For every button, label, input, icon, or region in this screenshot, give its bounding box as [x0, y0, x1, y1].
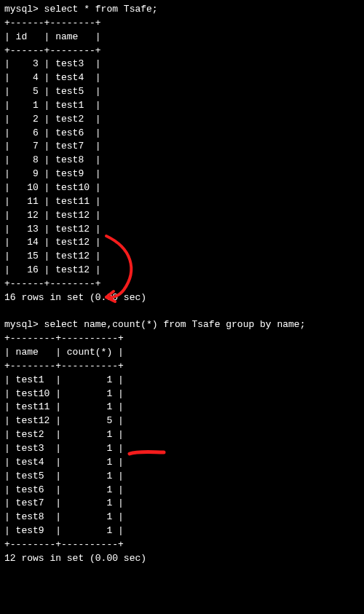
table-row: | test9 | 1 | [4, 524, 364, 538]
table-row: | 12 | test12 | [4, 209, 364, 223]
table-row: | test3 | 1 | [4, 442, 364, 456]
table-row: | 4 | test4 | [4, 71, 364, 85]
sql-query-2: select name,count(*) from Tsafe group by… [44, 319, 306, 330]
table-row: | 6 | test6 | [4, 127, 364, 141]
table-row: | test1 | 1 | [4, 374, 364, 387]
table-row: | 14 | test12 | [4, 236, 364, 250]
table-row: | 16 | test12 | [4, 264, 364, 278]
table1-sep-mid: +------+--------+ [4, 44, 364, 58]
table2-header: | name | count(*) | [4, 346, 364, 360]
table-row: | test2 | 1 | [4, 428, 364, 442]
table-row: | test7 | 1 | [4, 497, 364, 511]
table1-header: | id | name | [4, 31, 364, 44]
table2-sep-top: +--------+----------+ [4, 332, 364, 346]
table-row: | 10 | test10 | [4, 181, 364, 195]
table1-sep-top: +------+--------+ [4, 17, 364, 31]
table-row: | test8 | 1 | [4, 511, 364, 524]
table2-sep-mid: +--------+----------+ [4, 360, 364, 374]
sql-query-1: select * from Tsafe; [44, 4, 158, 15]
query2-summary: 12 rows in set (0.00 sec) [4, 552, 364, 566]
table1-sep-bot: +------+--------+ [4, 278, 364, 291]
mysql-prompt-line: mysql> select name,count(*) from Tsafe g… [4, 318, 364, 332]
table-row: | 11 | test11 | [4, 195, 364, 209]
table-row: | 3 | test3 | [4, 58, 364, 71]
table-row: | test12 | 5 | [4, 414, 364, 428]
mysql-prompt-line: mysql> select * from Tsafe; [4, 3, 364, 17]
table-row: | 2 | test2 | [4, 113, 364, 127]
table-row: | 7 | test7 | [4, 140, 364, 154]
blank-line [4, 305, 364, 319]
table-row: | 9 | test9 | [4, 168, 364, 181]
table-row: | test4 | 1 | [4, 456, 364, 470]
table-row: | 5 | test5 | [4, 85, 364, 99]
table-row: | test5 | 1 | [4, 470, 364, 484]
table2-sep-bot: +--------+----------+ [4, 538, 364, 552]
table-row: | 15 | test12 | [4, 250, 364, 264]
table-row: | 1 | test1 | [4, 99, 364, 113]
query1-summary: 16 rows in set (0.00 sec) [4, 291, 364, 305]
table-row: | 13 | test12 | [4, 223, 364, 237]
table-row: | test11 | 1 | [4, 401, 364, 414]
table-row: | 8 | test8 | [4, 154, 364, 168]
table-row: | test6 | 1 | [4, 484, 364, 497]
mysql-prompt: mysql> [4, 319, 44, 330]
table-row: | test10 | 1 | [4, 387, 364, 401]
mysql-prompt: mysql> [4, 4, 44, 15]
